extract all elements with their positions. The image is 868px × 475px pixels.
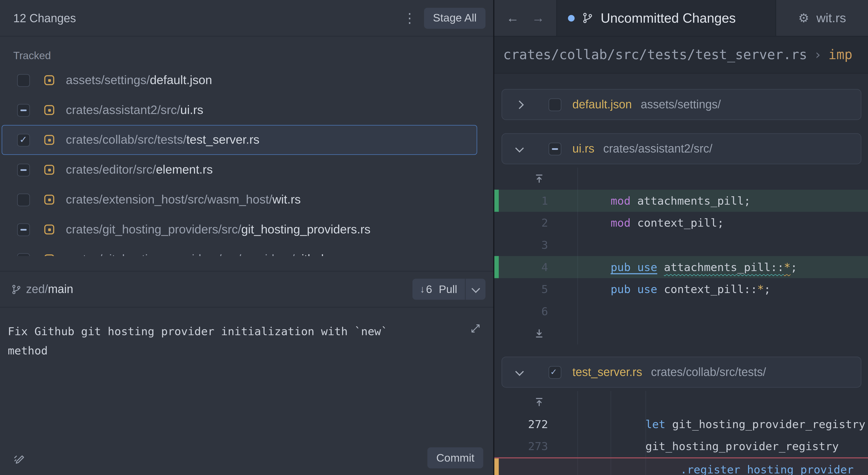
- code-line: 6: [494, 300, 868, 323]
- section-toggle[interactable]: [517, 146, 529, 152]
- file-row[interactable]: crates/assistant2/src/ui.rs: [2, 95, 477, 125]
- file-label: crates/assistant2/src/ui.rs: [66, 103, 203, 117]
- file-name: git_hosting_providers.rs: [241, 222, 370, 236]
- diff-status-strip: [494, 190, 499, 212]
- code-text: mod context_pill;: [611, 212, 724, 234]
- diff-excerpt: 1mod attachments_pill;2mod context_pill;…: [494, 167, 868, 344]
- commit-message-input[interactable]: Fix Github git hosting provider initiali…: [0, 308, 429, 361]
- navigate-back-button[interactable]: ←: [503, 9, 522, 27]
- chevron-icon: [515, 144, 524, 152]
- section-toggle[interactable]: [517, 102, 529, 108]
- expand-up-icon: [533, 396, 546, 408]
- file-list: assets/settings/default.json crates/assi…: [0, 65, 493, 256]
- more-menu-button[interactable]: ⋮: [400, 8, 420, 28]
- branch-selector[interactable]: zed/main: [26, 282, 73, 296]
- pull-button[interactable]: ↓ 6 Pull: [412, 279, 486, 300]
- tab-uncommitted-changes[interactable]: Uncommitted Changes: [557, 0, 776, 36]
- pull-dropdown-button[interactable]: [466, 279, 486, 300]
- diff-status-strip: [494, 300, 499, 323]
- file-row[interactable]: crates/git_hosting_providers/src/git_hos…: [2, 215, 477, 244]
- pencil-icon: [13, 453, 26, 466]
- code-text: .register_hosting_provider: [680, 459, 854, 475]
- file-stage-checkbox[interactable]: [17, 163, 30, 176]
- file-stage-checkbox[interactable]: [17, 253, 30, 256]
- code-line: 5pub use context_pill::*;: [494, 278, 868, 300]
- section-toggle[interactable]: [517, 369, 529, 375]
- file-row[interactable]: crates/git_hosting_providers/src/provide…: [2, 244, 477, 256]
- code-line: 3: [494, 234, 868, 256]
- history-nav: ← →: [494, 0, 556, 36]
- zed-git-window: 12 Changes ⋮ Stage All Tracked assets/se…: [0, 0, 868, 475]
- file-label: crates/git_hosting_providers/src/git_hos…: [66, 222, 370, 237]
- diff-area: default.json assets/settings/ ui.rs crat…: [494, 74, 868, 475]
- section-file-name: default.json: [572, 98, 632, 111]
- tab-bar: ← → Uncommitted Changes ⚙ wit.rs: [494, 0, 868, 36]
- file-stage-checkbox[interactable]: [17, 74, 30, 87]
- code-text: pub use context_pill::*;: [611, 278, 770, 300]
- breadcrumb-file-path: crates/collab/src/tests/test_server.rs: [503, 47, 807, 62]
- file-label: crates/extension_host/src/wasm_host/wit.…: [66, 193, 301, 207]
- repo-name: zed/: [26, 282, 48, 295]
- expand-down-icon: [533, 328, 546, 340]
- expand-up-icon: [533, 172, 546, 185]
- diff-excerpt: 272let git_hosting_provider_registry273g…: [494, 391, 868, 475]
- line-number: 5: [494, 282, 548, 296]
- file-row[interactable]: crates/extension_host/src/wasm_host/wit.…: [2, 185, 477, 215]
- expand-icon: [470, 323, 481, 334]
- modified-status-icon: [44, 105, 54, 115]
- file-row[interactable]: crates/editor/src/element.rs: [2, 155, 477, 185]
- code-text: pub use attachments_pill::*;: [611, 256, 797, 278]
- diff-status-strip: [494, 413, 499, 435]
- git-branch-icon: [582, 12, 593, 24]
- pull-label: Pull: [439, 283, 457, 296]
- chevron-icon: [515, 100, 524, 109]
- file-stage-checkbox[interactable]: [17, 104, 30, 116]
- code-line: .register_hosting_provider: [494, 457, 868, 475]
- section-stage-checkbox[interactable]: [549, 366, 561, 378]
- code-line: 272let git_hosting_provider_registry: [494, 413, 868, 435]
- file-stage-checkbox[interactable]: [17, 134, 30, 146]
- section-file-name: ui.rs: [572, 142, 594, 156]
- expand-excerpt-up-button[interactable]: [531, 170, 548, 187]
- expand-excerpt-up-button[interactable]: [531, 394, 548, 410]
- generate-commit-message-button[interactable]: [13, 453, 26, 466]
- breadcrumb[interactable]: crates/collab/src/tests/test_server.rs ›…: [494, 36, 868, 73]
- file-label: assets/settings/default.json: [66, 73, 212, 87]
- line-number: 1: [494, 194, 548, 207]
- chevron-icon: [515, 367, 524, 376]
- modified-status-icon: [44, 254, 54, 256]
- modified-indicator-dot: [568, 15, 575, 21]
- section-stage-checkbox[interactable]: [549, 98, 561, 111]
- section-file-name: test_server.rs: [572, 366, 642, 379]
- expand-excerpt-row: [494, 167, 868, 190]
- file-row[interactable]: crates/collab/src/tests/test_server.rs: [2, 125, 477, 155]
- diff-file-header[interactable]: test_server.rs crates/collab/src/tests/: [502, 357, 861, 388]
- file-label: crates/git_hosting_providers/src/provide…: [66, 252, 341, 256]
- file-path: crates/assistant2/src/: [66, 103, 180, 117]
- file-name: wit.rs: [272, 193, 301, 206]
- file-stage-checkbox[interactable]: [17, 223, 30, 236]
- file-stage-checkbox[interactable]: [17, 193, 30, 206]
- file-path: crates/git_hosting_providers/src/provide…: [66, 252, 294, 256]
- commit-button[interactable]: Commit: [427, 447, 483, 468]
- pull-button-main[interactable]: ↓ 6 Pull: [412, 283, 465, 296]
- git-panel-header: 12 Changes ⋮ Stage All: [0, 0, 493, 36]
- expand-commit-editor-button[interactable]: [470, 323, 481, 334]
- diff-status-strip: [494, 459, 499, 475]
- navigate-forward-button[interactable]: →: [529, 9, 548, 27]
- changes-list: Tracked assets/settings/default.json cra…: [0, 36, 493, 256]
- diff-file-header[interactable]: ui.rs crates/assistant2/src/: [502, 133, 861, 164]
- modified-status-icon: [44, 165, 54, 175]
- file-name: ui.rs: [180, 103, 203, 117]
- file-path: crates/extension_host/src/wasm_host/: [66, 193, 272, 206]
- diff-status-strip: [494, 435, 499, 457]
- file-name: test_server.rs: [186, 133, 259, 147]
- file-row[interactable]: assets/settings/default.json: [2, 65, 477, 95]
- tab-wit-rs[interactable]: ⚙ wit.rs: [776, 0, 868, 36]
- section-stage-checkbox[interactable]: [549, 142, 561, 155]
- stage-all-button[interactable]: Stage All: [424, 7, 486, 29]
- code-line: 4pub use attachments_pill::*;: [494, 256, 868, 278]
- diff-file-header[interactable]: default.json assets/settings/: [502, 89, 861, 120]
- expand-excerpt-down-button[interactable]: [531, 325, 548, 342]
- tab-label: Uncommitted Changes: [600, 10, 736, 26]
